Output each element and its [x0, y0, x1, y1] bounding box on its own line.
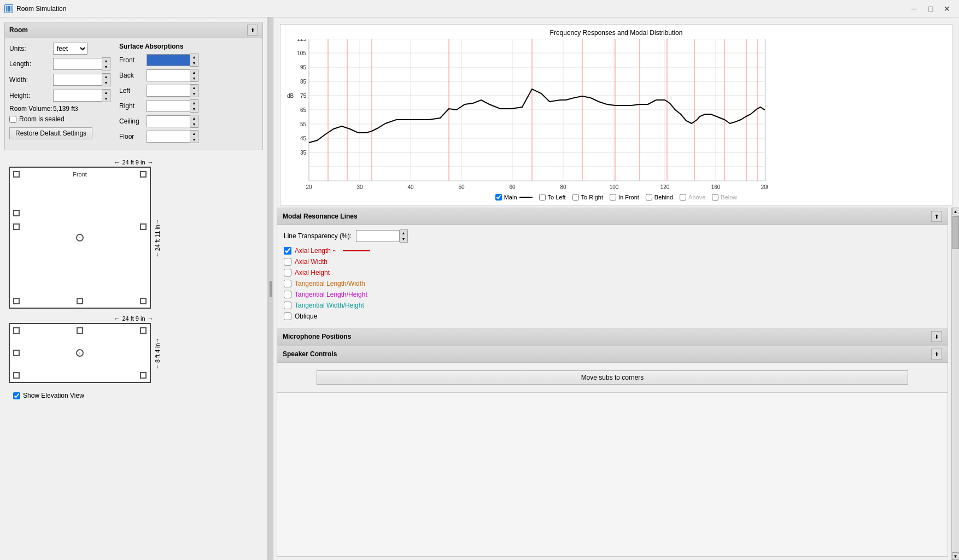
tang-wh-label: Tangential Width/Height	[295, 302, 364, 309]
side-bl2	[13, 210, 20, 216]
width-input[interactable]: 24 ft 9 in	[53, 74, 102, 86]
height-up[interactable]: ▲	[102, 90, 110, 96]
right-down[interactable]: ▼	[190, 106, 198, 112]
tang-lw-label: Tangential Length/Width	[295, 280, 365, 287]
oblique-checkbox[interactable]	[284, 313, 291, 320]
panel-divider[interactable]	[268, 17, 273, 560]
svg-text:35: 35	[300, 150, 307, 156]
width-down[interactable]: ▼	[102, 80, 110, 86]
scroll-up-button[interactable]: ▲	[952, 208, 960, 215]
speaker-controls-collapse[interactable]: ⬆	[931, 349, 942, 359]
left-up[interactable]: ▲	[190, 85, 198, 91]
surface-absorptions-title: Surface Absorptions	[119, 43, 198, 50]
legend-below-checkbox[interactable]	[712, 194, 718, 201]
tang-lw-checkbox[interactable]	[284, 280, 291, 287]
floor-input[interactable]: 0.00	[147, 131, 190, 143]
move-subs-button[interactable]: Move subs to corners	[317, 370, 908, 385]
room-section-header: Room ⬆	[5, 22, 262, 38]
top-width-label: 24 ft 9 in	[122, 159, 145, 166]
width-row: Width: 24 ft 9 in ▲ ▼	[9, 73, 110, 86]
right-scrollbar: ▲ ▼	[951, 208, 959, 560]
maximize-button[interactable]: □	[923, 2, 938, 15]
legend-below: Below	[712, 194, 737, 201]
ceiling-label: Ceiling	[119, 117, 147, 125]
scroll-thumb[interactable]	[952, 216, 959, 249]
svg-text:100: 100	[610, 184, 619, 190]
axial-length-checkbox[interactable]	[284, 247, 291, 255]
sealed-checkbox[interactable]	[9, 116, 16, 123]
tang-wh-checkbox[interactable]	[284, 302, 291, 309]
width-up[interactable]: ▲	[102, 74, 110, 80]
mic-positions-collapse[interactable]: ⬇	[931, 331, 942, 342]
elev-diagram-row: ↑ 8 ft 4 in ↓	[9, 323, 259, 383]
height-down[interactable]: ▼	[102, 96, 110, 102]
floor-up[interactable]: ▲	[190, 131, 198, 137]
sealed-label: Room is sealed	[19, 115, 65, 123]
right-input[interactable]: 0.80	[147, 100, 190, 112]
mic-positions-header[interactable]: Microphone Positions ⬇	[277, 328, 948, 345]
legend-main-checkbox[interactable]	[495, 194, 502, 201]
modal-resonance-collapse[interactable]: ⬆	[931, 211, 942, 222]
svg-text:75: 75	[300, 93, 307, 99]
transparency-input[interactable]: 70	[356, 230, 400, 242]
title-bar: Room Simulation ─ □ ✕	[0, 0, 959, 17]
restore-defaults-button[interactable]: Restore Default Settings	[9, 127, 92, 139]
scroll-down-button[interactable]: ▼	[952, 552, 960, 560]
floor-down[interactable]: ▼	[190, 137, 198, 143]
room-collapse-button[interactable]: ⬆	[247, 25, 258, 36]
back-row: Back 0.00 ▲ ▼	[119, 69, 198, 82]
corner-tl	[13, 171, 20, 178]
svg-text:30: 30	[356, 184, 363, 190]
axial-height-checkbox[interactable]	[284, 269, 291, 276]
front-input[interactable]: 0.10	[147, 54, 190, 66]
transparency-down[interactable]: ▼	[400, 236, 407, 242]
legend-infront-checkbox[interactable]	[610, 194, 616, 201]
axial-width-checkbox[interactable]	[284, 258, 291, 266]
back-down[interactable]: ▼	[190, 75, 198, 81]
transparency-up[interactable]: ▲	[400, 230, 407, 236]
length-down[interactable]: ▼	[102, 64, 110, 70]
right-absorb-row: Right 0.80 ▲ ▼	[119, 99, 198, 113]
legend-infront: In Front	[610, 194, 639, 201]
back-up[interactable]: ▲	[190, 69, 198, 75]
floor-row: Floor 0.00 ▲ ▼	[119, 130, 198, 143]
show-elevation-checkbox[interactable]	[13, 392, 20, 399]
room-section: Room ⬆ Units: feet meters	[4, 22, 263, 150]
minimize-button[interactable]: ─	[907, 2, 922, 15]
chart-title: Frequency Responses and Modal Distributi…	[287, 29, 945, 37]
legend-below-label: Below	[721, 194, 737, 201]
legend-toright: To Right	[572, 194, 603, 201]
back-input[interactable]: 0.00	[147, 69, 190, 81]
ceiling-down[interactable]: ▼	[190, 121, 198, 127]
legend-behind-checkbox[interactable]	[646, 194, 652, 201]
legend-above-checkbox[interactable]	[680, 194, 686, 201]
tang-lh-checkbox[interactable]	[284, 291, 291, 298]
length-input[interactable]: 24 ft 11 in	[53, 58, 102, 70]
left-input-group: 0.15 ▲ ▼	[147, 84, 198, 97]
svg-text:95: 95	[300, 64, 307, 70]
front-down[interactable]: ▼	[190, 60, 198, 66]
legend-toleft-checkbox[interactable]	[539, 194, 546, 201]
legend-toright-checkbox[interactable]	[572, 194, 579, 201]
room-left-col: Units: feet meters Length: 24 ft 11 in	[9, 43, 110, 145]
units-select[interactable]: feet meters	[53, 43, 87, 55]
left-down[interactable]: ▼	[190, 91, 198, 97]
front-row: Front 0.10 ▲ ▼	[119, 54, 198, 67]
speaker-controls-header[interactable]: Speaker Controls ⬆	[277, 346, 948, 363]
modal-resonance-header[interactable]: Modal Resonance Lines ⬆	[277, 208, 948, 225]
length-up[interactable]: ▲	[102, 58, 110, 64]
width-input-group: 24 ft 9 in ▲ ▼	[53, 73, 110, 86]
axial-length-row: Axial Length ~	[284, 247, 941, 255]
height-input[interactable]: 8 ft 4 in	[53, 90, 102, 102]
ceiling-up[interactable]: ▲	[190, 115, 198, 121]
left-input[interactable]: 0.15	[147, 85, 190, 97]
ceiling-input[interactable]: 0.15	[147, 115, 190, 127]
close-button[interactable]: ✕	[939, 2, 955, 15]
front-spinner: ▲ ▼	[190, 54, 198, 67]
height-spinner: ▲ ▼	[102, 89, 110, 102]
front-up[interactable]: ▲	[190, 54, 198, 60]
units-row: Units: feet meters	[9, 43, 110, 55]
title-bar-left: Room Simulation	[4, 4, 66, 13]
right-up[interactable]: ▲	[190, 100, 198, 106]
ceiling-input-group: 0.15 ▲ ▼	[147, 115, 198, 128]
